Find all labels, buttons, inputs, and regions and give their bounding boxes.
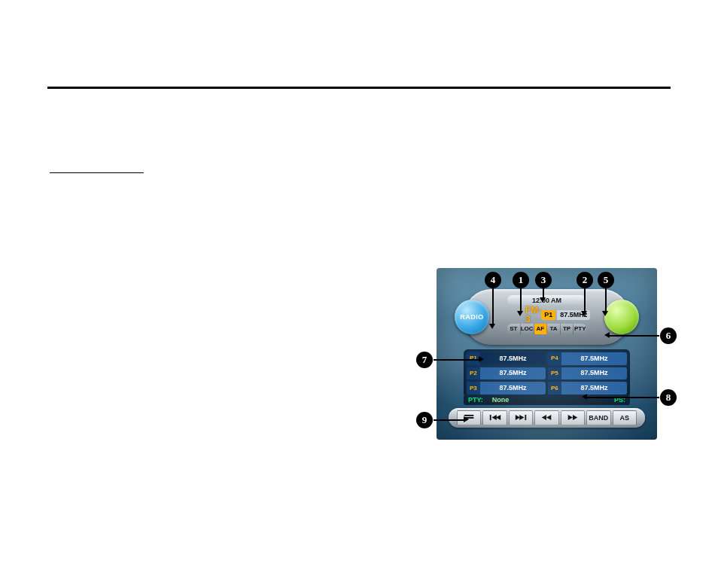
lead-2 (584, 288, 586, 311)
tip-8 (582, 394, 587, 400)
preset-num: P3 (467, 382, 480, 395)
lead-5 (605, 288, 607, 311)
flag-pty[interactable]: PTY (573, 324, 586, 334)
svg-rect-0 (464, 414, 474, 416)
as-button[interactable]: AS (613, 410, 637, 425)
tune-down-button[interactable] (534, 410, 558, 425)
svg-marker-10 (546, 414, 551, 419)
lead-9 (434, 419, 464, 421)
tip-5 (602, 311, 608, 316)
power-badge[interactable] (604, 300, 639, 334)
callout-4: 4 (485, 272, 501, 288)
flag-tp[interactable]: TP (561, 324, 574, 334)
clock-bar: 12:00 AM (507, 295, 586, 306)
band-indicator: FM-3 (525, 306, 541, 324)
preset-freq: 87.5MHz (480, 370, 546, 376)
callout-7: 7 (416, 352, 433, 368)
preset-3[interactable]: P387.5MHz (467, 382, 546, 395)
lead-4 (492, 288, 494, 324)
preset-freq: 87.5MHz (480, 385, 546, 391)
svg-rect-3 (489, 414, 491, 419)
pty-value: None (492, 397, 510, 404)
flag-ta[interactable]: TA (547, 324, 561, 334)
preset-freq: 87.5MHz (561, 370, 627, 376)
flag-loc[interactable]: LOC (521, 324, 534, 334)
menu-button[interactable] (457, 410, 481, 425)
callout-8: 8 (660, 389, 677, 406)
preset-freq: 87.5MHz (480, 355, 546, 362)
seek-prev-icon (488, 414, 502, 422)
tune-up-button[interactable] (561, 410, 585, 425)
tune-down-icon (540, 414, 553, 422)
lead-6 (610, 335, 659, 337)
seek-next-icon (514, 414, 528, 422)
tip-6 (604, 332, 610, 338)
svg-marker-11 (568, 414, 573, 419)
horizontal-rule (47, 87, 671, 89)
preset-freq: 87.5MHz (561, 385, 627, 391)
tip-1 (517, 311, 523, 316)
lead-1 (520, 288, 522, 311)
callout-3: 3 (535, 272, 552, 288)
preset-5[interactable]: P587.5MHz (548, 367, 627, 380)
svg-marker-6 (516, 414, 520, 419)
subheading-underline (50, 172, 144, 173)
lead-7 (434, 359, 479, 361)
tip-3 (540, 297, 546, 303)
control-strip: BAND AS (449, 408, 645, 428)
preset-6[interactable]: P687.5MHz (548, 382, 627, 395)
svg-marker-9 (542, 414, 546, 419)
svg-rect-8 (525, 414, 526, 419)
svg-marker-4 (491, 414, 496, 419)
svg-marker-12 (573, 414, 577, 419)
seek-prev-button[interactable] (482, 410, 507, 425)
tip-2 (581, 311, 587, 316)
lead-3 (543, 288, 544, 297)
tip-9 (464, 416, 469, 422)
lead-8 (587, 397, 659, 398)
callout-5: 5 (598, 272, 614, 288)
tune-up-icon (566, 414, 580, 422)
svg-marker-5 (496, 414, 500, 419)
current-preset: P1 (541, 310, 555, 320)
tip-7 (479, 356, 484, 362)
callout-9: 9 (416, 412, 433, 428)
preset-num: P6 (548, 382, 561, 395)
pty-key: PTY: (468, 397, 483, 404)
tip-4 (489, 324, 495, 329)
rds-flags: ST LOC AF TA TP PTY (507, 324, 586, 334)
callout-2: 2 (577, 272, 593, 288)
callout-1: 1 (513, 272, 529, 288)
flag-st[interactable]: ST (507, 324, 521, 334)
callout-6: 6 (660, 328, 677, 344)
radio-screenshot: RADIO 12:00 AM FM-3 P1 87.5MHz ST LOC AF… (437, 268, 657, 440)
preset-4[interactable]: P487.5MHz (548, 352, 627, 365)
preset-2[interactable]: P287.5MHz (467, 367, 546, 380)
preset-freq: 87.5MHz (561, 355, 627, 362)
mode-badge-label: RADIO (460, 314, 484, 321)
band-button[interactable]: BAND (586, 410, 610, 425)
page: 4 1 3 2 5 6 8 7 9 RADIO 12:00 AM FM-3 P1… (0, 0, 718, 588)
seek-next-button[interactable] (509, 410, 533, 425)
preset-num: P2 (467, 367, 480, 380)
preset-num: P5 (548, 367, 561, 380)
mode-badge[interactable]: RADIO (455, 300, 489, 334)
preset-num: P4 (548, 352, 561, 365)
preset-grid: P187.5MHz P487.5MHz P287.5MHz P587.5MHz … (464, 349, 630, 398)
flag-af[interactable]: AF (534, 324, 548, 334)
svg-marker-7 (519, 414, 524, 419)
